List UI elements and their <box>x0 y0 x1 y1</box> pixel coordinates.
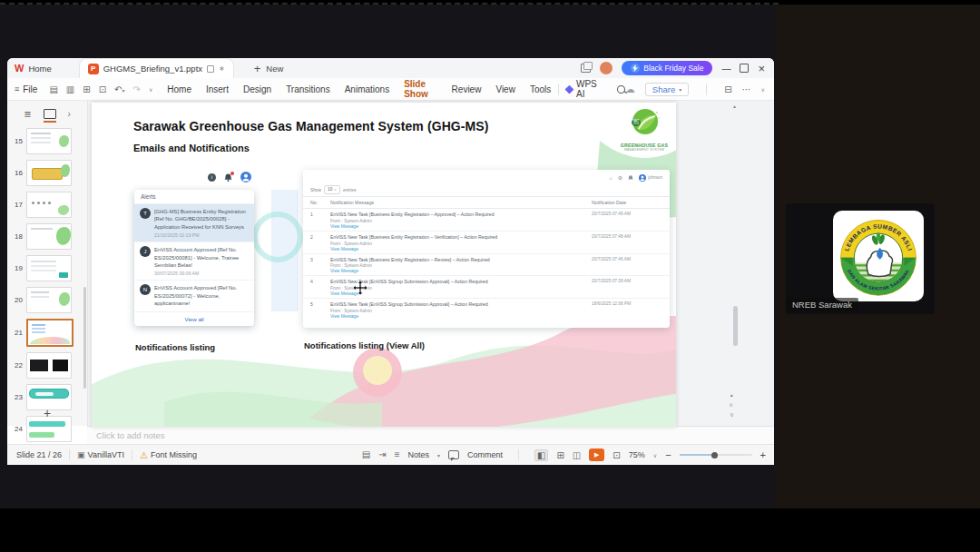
slide-thumbnail-22[interactable]: 22 <box>7 352 87 379</box>
warning-icon: ⚠ <box>140 450 148 460</box>
comment-icon[interactable] <box>448 450 459 459</box>
view-message-link[interactable]: View Message <box>330 224 586 229</box>
view-message-link[interactable]: View Message <box>330 291 586 296</box>
slide-view-icon[interactable] <box>44 109 56 119</box>
black-friday-sale-button[interactable]: Black Friday Sale <box>622 61 712 75</box>
slideshow-play-button[interactable]: ▶ <box>589 448 604 461</box>
menu-animations[interactable]: Animations <box>345 84 389 94</box>
save-icon[interactable]: ▤ <box>49 84 57 94</box>
tab-pin-icon[interactable] <box>207 65 214 73</box>
row-message: EnViSS New Task [Business Entity Registr… <box>330 257 586 263</box>
account-avatar[interactable] <box>600 62 612 74</box>
normal-view-button[interactable]: ◧ <box>534 449 548 461</box>
zoom-slider[interactable] <box>680 454 752 456</box>
scroll-down-icon[interactable]: ▴ <box>730 391 733 398</box>
redo-icon[interactable]: ↷ <box>132 84 140 94</box>
slide-thumbnail-21-selected[interactable]: 21 <box>7 319 87 347</box>
export-icon[interactable]: ▥ <box>66 84 74 94</box>
menu-view[interactable]: View <box>495 84 515 94</box>
fit-slide-icon[interactable]: ⊡ <box>612 450 620 460</box>
slide-canvas[interactable]: Sarawak Greenhouse Gas Management System… <box>92 103 676 427</box>
statusbar-divider <box>132 449 132 460</box>
slide-title[interactable]: Sarawak Greenhouse Gas Management System… <box>133 119 489 133</box>
wps-ai-menu[interactable]: WPS AI <box>576 79 606 99</box>
wps-logo-icon: W <box>15 63 24 74</box>
minimize-button[interactable]: — <box>721 64 730 74</box>
home-tab[interactable]: Home <box>28 64 51 74</box>
alert-item[interactable]: J EnViSS Account Approved [Ref No. ES/20… <box>134 242 254 281</box>
slide-sorter-view-button[interactable]: ⊞ <box>556 450 564 460</box>
alerts-header-icons: i <box>208 172 251 182</box>
zoom-out-button[interactable]: − <box>665 449 671 460</box>
add-slide-button[interactable]: + <box>7 406 87 420</box>
alerts-panel: Alerts T [GHG-MS] Business Entity Regist… <box>134 190 254 326</box>
language-label[interactable]: VanillaVTI <box>88 450 124 459</box>
close-button[interactable]: × <box>758 62 765 75</box>
slide-subtitle[interactable]: Emails and Notifications <box>133 143 250 153</box>
slide-thumbnail-15[interactable]: 15 <box>7 128 87 154</box>
slide-thumbnail-20[interactable]: 20 <box>7 287 87 313</box>
notes-toggle-label[interactable]: Notes <box>407 450 429 459</box>
statusbar-divider <box>69 449 70 460</box>
view-message-link[interactable]: View Message <box>330 247 586 251</box>
slide-thumbnail-16[interactable]: 16 <box>7 160 87 186</box>
menu-insert[interactable]: Insert <box>206 84 229 94</box>
next-slide-button[interactable]: » <box>729 413 734 417</box>
statusbar-divider <box>518 449 519 460</box>
zoom-in-button[interactable]: + <box>760 449 766 460</box>
comment-label[interactable]: Comment <box>467 450 503 459</box>
participant-video-tile[interactable]: LEMBAGA SUMBER ASLI DAN ALAM SEKITAR SAR… <box>786 203 935 314</box>
slide-indicator: Slide 21 / 26 <box>16 450 62 459</box>
collapse-ribbon-icon[interactable]: ∨ <box>761 86 765 93</box>
undo-icon[interactable]: ↶▾ <box>114 84 124 94</box>
alert-item[interactable]: N EnViSS Account Approved [Ref No. ES/20… <box>134 281 254 311</box>
slide-thumbnail-17[interactable]: 17 <box>7 192 87 218</box>
page-size-select[interactable]: 10 ∨ <box>324 185 340 194</box>
maximize-button[interactable] <box>740 64 749 73</box>
alerts-view-all-link[interactable]: View all <box>134 312 254 326</box>
print-icon[interactable]: ⊞ <box>83 84 90 94</box>
previous-slide-button[interactable]: » <box>729 403 734 407</box>
menu-slide-show[interactable]: Slide Show <box>404 79 436 99</box>
tab-list-icon[interactable] <box>581 64 591 73</box>
new-tab-label[interactable]: New <box>266 64 283 74</box>
slide-thumbnail-18[interactable]: 18 <box>7 223 87 250</box>
menu-design[interactable]: Design <box>243 84 271 94</box>
notes-caret-icon[interactable]: ▾ <box>437 452 440 458</box>
menu-transitions[interactable]: Transitions <box>286 84 330 94</box>
notes-area[interactable]: Click to add notes <box>87 426 774 444</box>
zoom-slider-knob[interactable] <box>711 452 718 458</box>
new-tab-plus-icon[interactable]: + <box>254 62 261 75</box>
print-preview-icon[interactable]: ⊡ <box>99 84 106 94</box>
reading-view-button[interactable]: ◫ <box>573 450 581 460</box>
zoom-caret-icon[interactable]: ∨ <box>653 452 657 458</box>
collapse-panel-icon[interactable]: › <box>68 109 71 119</box>
alert-item[interactable]: T [GHG-MS] Business Entity Registration … <box>134 204 254 242</box>
notes-toggle-icon[interactable]: ≡ <box>395 450 400 459</box>
font-missing-label[interactable]: Font Missing <box>151 450 197 459</box>
file-menu[interactable]: File <box>23 84 37 94</box>
slide-thumb-preview <box>26 287 72 313</box>
view-message-link[interactable]: View Message <box>330 314 586 319</box>
quickbar-more-icon[interactable]: ∨ <box>149 86 152 93</box>
scroll-up-icon[interactable]: ▴ <box>733 103 736 109</box>
outline-view-icon[interactable]: ≣ <box>24 109 31 119</box>
menu-home[interactable]: Home <box>167 84 191 94</box>
menu-tools[interactable]: Tools <box>530 84 551 94</box>
share-button[interactable]: Share ▾ <box>645 83 689 96</box>
document-tab[interactable]: P GHGMS_Briefing_v1.pptx ∗ <box>79 58 234 79</box>
jump-to-icon[interactable]: ⇥ <box>378 450 386 459</box>
col-date: Notification Date <box>592 200 662 205</box>
search-icon[interactable] <box>617 85 625 94</box>
more-options-icon[interactable]: ⋯ <box>742 84 751 94</box>
slide-thumbnail-19[interactable]: 19 <box>7 255 87 281</box>
sidebar-toggle-icon[interactable]: ⊟ <box>724 84 731 94</box>
view-message-link[interactable]: View Message <box>330 269 586 273</box>
thumbnail-scrollbar[interactable] <box>83 287 86 389</box>
ghgms-leaf-icon: NET 2050 <box>628 107 661 138</box>
vertical-scrollbar[interactable] <box>733 306 738 346</box>
slide-note-icon[interactable]: ▤ <box>362 450 370 459</box>
zoom-value[interactable]: 75% <box>629 450 645 459</box>
notifications-table-panel: ⌂ ⚙ johnson Show 10 ∨ <box>303 170 670 328</box>
menu-review[interactable]: Review <box>452 84 482 94</box>
